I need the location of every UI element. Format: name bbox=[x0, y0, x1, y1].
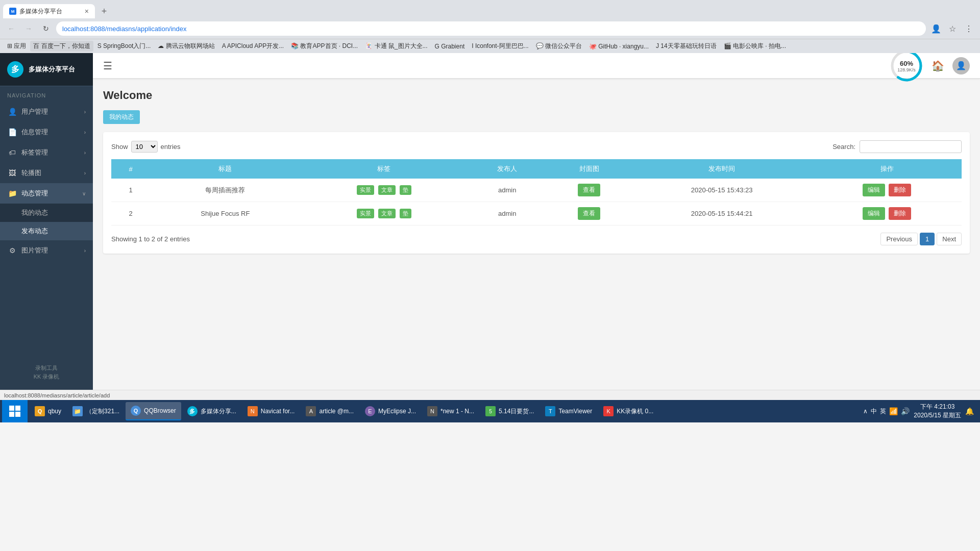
edit-button-2[interactable]: 编辑 bbox=[863, 207, 885, 220]
data-table: # 标题 标签 发布人 封面图 发布时间 操作 1 每 bbox=[111, 159, 962, 226]
tag-badge-pad-2[interactable]: 垫 bbox=[400, 209, 411, 218]
bookmark-movie[interactable]: 🎬 电影公映库 · 拍电... bbox=[721, 41, 789, 52]
delete-button-1[interactable]: 删除 bbox=[889, 184, 911, 196]
taskbar-item-teamviewer[interactable]: T TeamViewer bbox=[540, 402, 597, 420]
pagination: Showing 1 to 2 of 2 entries Previous 1 N… bbox=[111, 233, 962, 245]
start-button[interactable] bbox=[2, 400, 28, 422]
status-url: localhost:8088/mediasns/article/article/… bbox=[4, 392, 110, 398]
progress-text: 60% 128.9K/s bbox=[897, 59, 916, 72]
nav-item-carousel[interactable]: 🖼 轮播图 › bbox=[0, 163, 93, 183]
sidebar-item-publish-dynamic[interactable]: 发布动态 bbox=[0, 222, 93, 240]
eng-icon[interactable]: 英 bbox=[880, 407, 886, 416]
taskbar-right: ∧ 中 英 📶 🔊 下午 4:21:03 2020/5/15 星期五 🔔 bbox=[859, 403, 978, 420]
taskbar-item-kk[interactable]: K KK录像机 0... bbox=[598, 402, 658, 420]
bookmark-github[interactable]: 🐙 GitHub · xiangyu... bbox=[586, 42, 652, 51]
bookmark-cartoon[interactable]: 🃏 卡通 鼠_图片大全... bbox=[362, 41, 430, 52]
keyboard-icon[interactable]: 中 bbox=[871, 407, 877, 416]
tab-bar: M 多媒体分享平台 × + bbox=[0, 0, 980, 18]
menu-toggle-button[interactable]: ☰ bbox=[103, 60, 112, 72]
row1-datetime: 2020-05-15 15:43:23 bbox=[631, 179, 812, 202]
bookmark-iconfont[interactable]: I Iconfont-阿里巴巴... bbox=[469, 41, 531, 52]
taskbar-item-new1[interactable]: N *new 1 - N... bbox=[422, 402, 479, 420]
tag-badge-article[interactable]: 文章 bbox=[378, 185, 396, 195]
view-cover-button-2[interactable]: 查看 bbox=[578, 207, 600, 220]
carousel-label: 轮播图 bbox=[21, 168, 84, 178]
taskbar-item-navicat[interactable]: N Navicat for... bbox=[242, 402, 300, 420]
forward-button[interactable]: → bbox=[21, 21, 36, 36]
sidebar-item-my-dynamic[interactable]: 我的动态 bbox=[0, 204, 93, 222]
nav-item-dynamic-mgmt[interactable]: 📁 动态管理 ∨ bbox=[0, 183, 93, 204]
taskbar-item-qbuy[interactable]: Q qbuy bbox=[30, 402, 66, 420]
table-section: Show 10 25 50 100 entries Search: bbox=[103, 132, 970, 254]
bookmark-baidu[interactable]: 百 百度一下，你知道 bbox=[30, 41, 93, 52]
reload-button[interactable]: ↻ bbox=[39, 21, 53, 36]
bookmark-tencent[interactable]: ☁ 腾讯云物联网场站 bbox=[155, 41, 217, 52]
nav-item-tag-mgmt[interactable]: 🏷 标签管理 › bbox=[0, 142, 93, 163]
table-row: 1 每周插画推荐 实景 文章 垫 admin 查看 2020-05- bbox=[111, 179, 962, 202]
edit-button-1[interactable]: 编辑 bbox=[863, 184, 885, 196]
back-button[interactable]: ← bbox=[4, 21, 18, 36]
page-1-button[interactable]: 1 bbox=[920, 233, 935, 245]
bookmark-wechat[interactable]: 💬 微信公众平台 bbox=[533, 41, 585, 52]
my-dynamic-tab[interactable]: 我的动态 bbox=[103, 110, 140, 124]
star-icon[interactable]: ☆ bbox=[945, 21, 960, 36]
bookmark-edu[interactable]: 📚 教育APP首页 · DCI... bbox=[288, 41, 361, 52]
teamviewer-icon: T bbox=[545, 406, 555, 416]
dynamic-mgmt-label: 动态管理 bbox=[21, 189, 82, 198]
tag-mgmt-label: 标签管理 bbox=[21, 148, 84, 157]
taskbar-item-multimedia[interactable]: 多 多媒体分享... bbox=[182, 402, 241, 420]
bookmark-apps[interactable]: ⊞ 应用 bbox=[4, 41, 29, 52]
tag-badge-scenery[interactable]: 实景 bbox=[357, 185, 374, 195]
bookmark-apicloud[interactable]: A APICloud APP开发... bbox=[219, 41, 287, 52]
user-mgmt-arrow: › bbox=[84, 109, 86, 115]
new-tab-button[interactable]: + bbox=[97, 4, 111, 18]
extensions-area: 👤 ☆ ⋮ bbox=[929, 21, 976, 36]
view-cover-button-1[interactable]: 查看 bbox=[578, 184, 600, 196]
bookmark-grabient[interactable]: G Grabient bbox=[432, 42, 468, 51]
row2-datetime: 2020-05-15 15:44:21 bbox=[631, 202, 812, 226]
nav-item-info-mgmt[interactable]: 📄 信息管理 › bbox=[0, 122, 93, 142]
chevron-icon[interactable]: ∧ bbox=[863, 408, 868, 415]
progress-sub: 128.9K/s bbox=[897, 67, 916, 72]
svg-rect-1 bbox=[15, 406, 20, 411]
delete-button-2[interactable]: 删除 bbox=[889, 207, 911, 220]
entries-select[interactable]: 10 25 50 100 bbox=[131, 141, 158, 153]
volume-icon[interactable]: 🔊 bbox=[901, 407, 910, 415]
taskbar-item-article[interactable]: A article @m... bbox=[301, 402, 359, 420]
row2-author: admin bbox=[468, 202, 547, 226]
sidebar-footer-text: 录制工具KK 录像机 bbox=[7, 364, 86, 382]
date-display: 2020/5/15 星期五 bbox=[914, 411, 961, 420]
notification-icon[interactable]: 🔔 bbox=[965, 407, 974, 415]
search-input[interactable] bbox=[860, 140, 962, 153]
taskbar-item-may14[interactable]: 5 5.14日要货... bbox=[480, 402, 539, 420]
bookmark-springboot[interactable]: S SpringBoot入门... bbox=[94, 41, 154, 52]
row2-cover: 查看 bbox=[547, 202, 631, 226]
tag-badge-pad[interactable]: 垫 bbox=[400, 185, 411, 195]
nav-item-image-mgmt[interactable]: ⚙ 图片管理 › bbox=[0, 240, 93, 261]
taskbar-item-myeclipse[interactable]: E MyEclipse J... bbox=[360, 402, 421, 420]
address-bar[interactable]: localhost:8088/mediasns/application/inde… bbox=[56, 21, 926, 36]
taskbar-item-qqbrowser[interactable]: Q QQBrowser bbox=[126, 402, 181, 420]
windows-icon bbox=[9, 406, 20, 417]
tab-strip: 我的动态 bbox=[103, 110, 970, 124]
nav-item-user-mgmt[interactable]: 👤 用户管理 › bbox=[0, 102, 93, 122]
account-icon[interactable]: 👤 bbox=[929, 21, 943, 36]
svg-rect-0 bbox=[9, 406, 14, 411]
col-author: 发布人 bbox=[468, 159, 547, 179]
prev-page-button[interactable]: Previous bbox=[880, 233, 918, 245]
next-page-button[interactable]: Next bbox=[937, 233, 962, 245]
bookmark-japanese[interactable]: J 14天零基础玩转日语 bbox=[653, 41, 720, 52]
active-tab[interactable]: M 多媒体分享平台 × bbox=[3, 4, 95, 18]
user-avatar[interactable]: 👤 bbox=[952, 57, 970, 74]
taskbar-time[interactable]: 下午 4:21:03 2020/5/15 星期五 bbox=[914, 403, 961, 420]
network-icon[interactable]: 📶 bbox=[889, 407, 898, 415]
menu-icon[interactable]: ⋮ bbox=[962, 21, 976, 36]
tag-badge-scenery-2[interactable]: 实景 bbox=[357, 209, 374, 218]
tag-mgmt-icon: 🏷 bbox=[7, 147, 17, 158]
dynamic-mgmt-icon: 📁 bbox=[7, 188, 17, 198]
home-button[interactable]: 🏠 bbox=[932, 60, 944, 72]
taskbar-item-custom[interactable]: 📁 （定制321... bbox=[67, 402, 125, 420]
close-icon[interactable]: × bbox=[85, 7, 89, 15]
carousel-icon: 🖼 bbox=[7, 168, 17, 178]
tag-badge-article-2[interactable]: 文章 bbox=[378, 209, 396, 218]
